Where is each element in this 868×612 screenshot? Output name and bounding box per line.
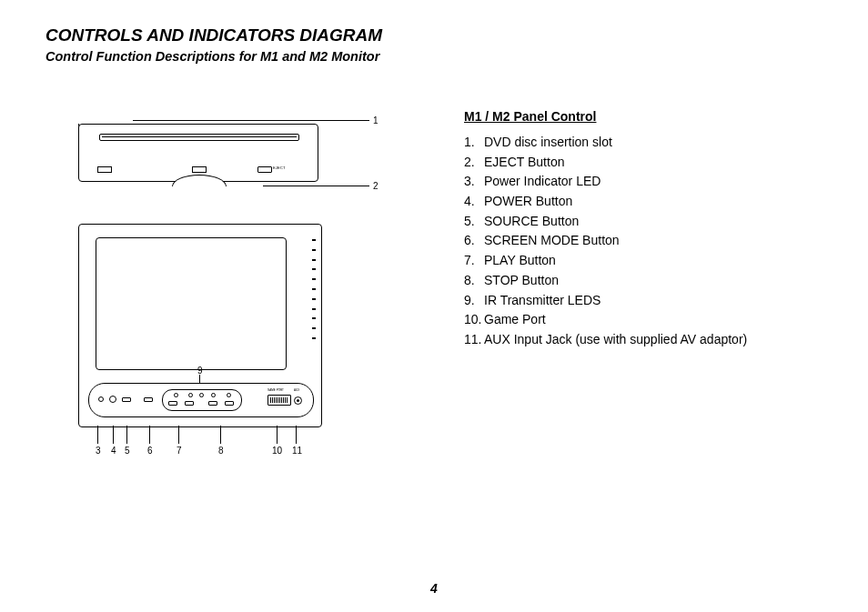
callout-number-5: 5 — [125, 446, 130, 456]
callout-line — [296, 426, 297, 444]
control-panel: GAME PORT AUX — [88, 383, 314, 417]
control-item: 6.SCREEN MODE Button — [464, 231, 823, 251]
callout-line — [277, 426, 278, 444]
page-number: 4 — [0, 581, 868, 596]
control-item-number: 9. — [464, 291, 484, 311]
callout-line — [97, 426, 98, 444]
monitor-outline: GAME PORT AUX — [78, 224, 322, 427]
callout-number-7: 7 — [177, 446, 182, 456]
nav-oval — [162, 389, 242, 411]
callout-line — [149, 426, 150, 444]
callout-line — [133, 120, 369, 121]
callout-number-10: 10 — [272, 446, 282, 456]
callout-line — [220, 426, 221, 444]
control-item-text: DVD disc insertion slot — [484, 135, 612, 149]
callout-line — [178, 426, 179, 444]
play-button-graphic — [168, 401, 177, 406]
control-item-number: 2. — [464, 153, 484, 173]
aux-label: AUX — [294, 388, 299, 392]
callout-line — [126, 426, 127, 444]
control-item-text: SOURCE Button — [484, 214, 579, 228]
callout-number-2: 2 — [373, 181, 378, 191]
control-item: 7.PLAY Button — [464, 251, 823, 271]
control-item: 5.SOURCE Button — [464, 212, 823, 232]
gameport-graphic — [267, 395, 291, 406]
callout-line — [113, 426, 114, 444]
control-item-text: STOP Button — [484, 273, 559, 287]
control-item-number: 1. — [464, 133, 484, 153]
control-item-number: 11. — [464, 330, 484, 350]
control-item: 1.DVD disc insertion slot — [464, 133, 823, 153]
callout-number-1: 1 — [373, 115, 378, 125]
control-item: 11.AUX Input Jack (use with supplied AV … — [464, 330, 823, 350]
power-led-graphic — [98, 396, 104, 402]
control-item-text: Game Port — [484, 312, 546, 326]
callout-number-6: 6 — [147, 446, 153, 456]
top-device-diagram: EJECT 1 2 — [78, 124, 351, 206]
control-item-text: AUX Input Jack (use with supplied AV ada… — [484, 332, 747, 346]
panel-control-heading: M1 / M2 Panel Control — [464, 109, 823, 124]
screen-area — [96, 237, 287, 370]
front-tab-center — [192, 166, 207, 173]
callout-line — [199, 375, 200, 384]
control-item-text: Power Indicator LED — [484, 174, 601, 188]
control-item: 2.EJECT Button — [464, 153, 823, 173]
control-item: 4.POWER Button — [464, 192, 823, 212]
callout-number-3: 3 — [96, 446, 101, 456]
control-item-text: POWER Button — [484, 194, 572, 208]
control-item: 8.STOP Button — [464, 271, 823, 291]
diagram-column: EJECT 1 2 — [45, 100, 437, 478]
control-item-text: EJECT Button — [484, 155, 564, 169]
stop-button-graphic — [225, 401, 234, 406]
dvd-drive-outline: EJECT — [78, 124, 318, 182]
callout-number-4: 4 — [111, 446, 116, 456]
power-button-graphic — [109, 396, 116, 403]
control-item-number: 3. — [464, 172, 484, 192]
callout-number-8: 8 — [218, 446, 224, 456]
control-item: 9.IR Transmitter LEDS — [464, 291, 823, 311]
nav-button-graphic — [208, 401, 217, 406]
page-title: CONTROLS AND INDICATORS DIAGRAM — [45, 25, 823, 45]
control-list: 1.DVD disc insertion slot2.EJECT Button3… — [464, 133, 823, 350]
callout-line — [263, 186, 369, 186]
control-item-text: SCREEN MODE Button — [484, 233, 620, 247]
speaker-grill — [312, 239, 316, 339]
control-item-number: 8. — [464, 271, 484, 291]
control-item-number: 4. — [464, 192, 484, 212]
description-column: M1 / M2 Panel Control 1.DVD disc inserti… — [437, 100, 823, 350]
control-item-number: 6. — [464, 231, 484, 251]
callout-number-11: 11 — [292, 446, 302, 456]
front-tab-left — [97, 166, 112, 173]
monitor-diagram: GAME PORT AUX 9 3 4 5 6 7 — [78, 224, 342, 478]
screenmode-button-graphic — [144, 397, 153, 402]
disc-slot — [99, 134, 299, 141]
control-item-text: IR Transmitter LEDS — [484, 293, 601, 307]
gameport-label: GAME PORT — [267, 388, 284, 392]
front-notch — [172, 175, 227, 186]
page-subtitle: Control Function Descriptions for M1 and… — [45, 49, 823, 64]
control-item-number: 5. — [464, 212, 484, 232]
control-item: 3.Power Indicator LED — [464, 172, 823, 192]
eject-label: EJECT — [273, 166, 286, 170]
control-item-text: PLAY Button — [484, 253, 556, 267]
control-item-number: 7. — [464, 251, 484, 271]
aux-jack-graphic — [294, 396, 302, 405]
eject-button-graphic — [257, 166, 272, 173]
control-item-number: 10. — [464, 310, 484, 330]
source-button-graphic — [122, 397, 131, 402]
control-item: 10.Game Port — [464, 310, 823, 330]
nav-button-graphic — [185, 401, 194, 406]
